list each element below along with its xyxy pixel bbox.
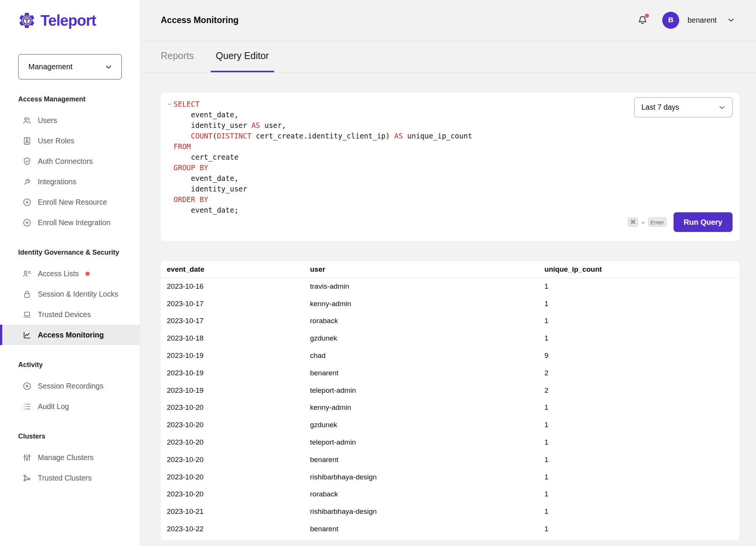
avatar[interactable]: B <box>662 12 679 29</box>
nav-group-activity: Session Recordings Audit Log <box>0 376 140 417</box>
play-circle-icon <box>22 381 32 391</box>
notification-dot <box>85 272 90 276</box>
table-row: 2023-10-22benarent1 <box>161 520 739 538</box>
sidebar-item-label: Session & Identity Locks <box>38 290 118 299</box>
shortcut-plus: + <box>641 219 645 226</box>
user-roles-icon <box>22 136 32 146</box>
teleport-logo[interactable]: Teleport <box>0 8 140 33</box>
table-cell: gzdunek <box>310 330 545 347</box>
table-cell: 2023-10-19 <box>161 364 310 382</box>
table-cell: 2023-10-17 <box>161 295 310 313</box>
sidebar-item-label: Access Lists <box>38 269 79 278</box>
sidebar-item-manage-clusters[interactable]: Manage Clusters <box>0 447 140 468</box>
table-row: 2023-10-20gzdunek1 <box>161 416 739 434</box>
sql-editor[interactable]: SELECT event_date, identity_user AS user… <box>174 99 472 215</box>
section-heading-clusters: Clusters <box>18 432 140 441</box>
sidebar-item-label: Enroll New Resource <box>38 198 107 207</box>
sql-code-line: FROM <box>174 141 472 152</box>
results-panel: event_date user unique_ip_count 2023-10-… <box>161 261 739 540</box>
workspace-select-value: Management <box>28 62 73 71</box>
users-icon <box>22 115 32 125</box>
nav-group-access-management: Users User Roles Auth Connectors Integra… <box>0 110 140 233</box>
table-row: 2023-10-20rishibarbhaya-design1 <box>161 468 739 486</box>
shield-check-icon <box>22 156 32 166</box>
sql-code-line: GROUP BY <box>174 162 472 173</box>
plus-circle-icon <box>22 197 32 207</box>
sidebar-item-label: Trusted Devices <box>38 310 91 319</box>
column-header-user: user <box>310 261 545 278</box>
top-bar: Access Monitoring B benarent <box>140 0 756 40</box>
run-query-button[interactable]: Run Query <box>674 212 733 232</box>
sidebar-item-label: User Roles <box>38 137 74 145</box>
sidebar-item-enroll-new-integration[interactable]: Enroll New Integration <box>0 212 140 233</box>
table-cell: 2023-10-22 <box>161 520 310 538</box>
sidebar-item-integrations[interactable]: Integrations <box>0 171 140 192</box>
sidebar-item-audit-log[interactable]: Audit Log <box>0 396 140 417</box>
table-cell: 2023-10-20 <box>161 416 310 434</box>
table-row: 2023-10-20benarent1 <box>161 451 739 468</box>
table-cell: 2023-10-20 <box>161 451 310 468</box>
table-cell: 1 <box>544 399 739 417</box>
table-cell: travis-admin <box>310 278 545 295</box>
sql-code-line: event_date; <box>174 205 472 215</box>
table-row: 2023-10-21rishibarbhaya-design1 <box>161 503 739 520</box>
table-row: 2023-10-19benarent2 <box>161 364 739 382</box>
section-heading-activity: Activity <box>18 360 140 370</box>
content-area: SELECT event_date, identity_user AS user… <box>140 73 756 546</box>
sidebar-item-enroll-new-resource[interactable]: Enroll New Resource <box>0 192 140 212</box>
table-cell: 1 <box>544 520 739 538</box>
table-cell: 2023-10-21 <box>161 503 310 520</box>
sidebar-item-label: Session Recordings <box>38 382 103 390</box>
tab-query-editor[interactable]: Query Editor <box>211 40 274 72</box>
table-cell: 2023-10-16 <box>161 278 310 295</box>
time-range-select[interactable]: Last 7 days <box>634 97 733 117</box>
sql-code-line: SELECT <box>174 99 472 109</box>
sidebar-item-label: Enroll New Integration <box>38 218 110 227</box>
sidebar-item-trusted-devices[interactable]: Trusted Devices <box>0 304 140 325</box>
tab-reports[interactable]: Reports <box>155 40 199 72</box>
user-menu-chevron[interactable] <box>727 16 736 25</box>
sidebar-item-user-roles[interactable]: User Roles <box>0 131 140 151</box>
query-editor-panel: SELECT event_date, identity_user AS user… <box>161 93 739 241</box>
sidebar-item-access-lists[interactable]: Access Lists <box>0 263 140 284</box>
table-cell: rishibarbhaya-design <box>310 468 545 486</box>
list-icon <box>22 401 32 411</box>
sidebar-item-session-recordings[interactable]: Session Recordings <box>0 376 140 396</box>
sidebar-item-users[interactable]: Users <box>0 110 140 131</box>
sidebar: Teleport Management Access Management Us… <box>0 0 140 546</box>
table-row: 2023-10-20kenny-admin1 <box>161 399 739 417</box>
table-cell: 2023-10-19 <box>161 347 310 364</box>
laptop-icon <box>22 310 32 319</box>
table-cell: 2 <box>544 382 739 399</box>
sidebar-item-session-identity-locks[interactable]: Session & Identity Locks <box>0 284 140 304</box>
table-cell: benarent <box>310 520 545 538</box>
sidebar-item-auth-connectors[interactable]: Auth Connectors <box>0 151 140 171</box>
table-cell: teleport-admin <box>310 382 545 399</box>
notifications-button[interactable] <box>636 14 649 26</box>
table-header-row: event_date user unique_ip_count <box>161 261 739 278</box>
table-cell: 2023-10-20 <box>161 434 310 451</box>
table-cell: 2023-10-18 <box>161 330 310 347</box>
chevron-down-icon <box>167 102 172 107</box>
cmd-keycap: ⌘ <box>628 218 638 227</box>
nav-group-identity-governance: Access Lists Session & Identity Locks Tr… <box>0 263 140 345</box>
chevron-down-icon <box>718 103 726 112</box>
section-heading-access-management: Access Management <box>18 95 140 104</box>
table-cell: 1 <box>544 451 739 468</box>
table-cell: benarent <box>310 451 545 468</box>
table-row: 2023-10-17kenny-admin1 <box>161 295 739 313</box>
nav-group-clusters: Manage Clusters Trusted Clusters <box>0 447 140 488</box>
main-area: Access Monitoring B benarent Reports Que… <box>140 0 756 546</box>
app-window: Teleport Management Access Management Us… <box>0 0 756 546</box>
user-menu-name[interactable]: benarent <box>688 16 717 25</box>
table-cell: 1 <box>544 295 739 313</box>
sidebar-item-trusted-clusters[interactable]: Trusted Clusters <box>0 468 140 488</box>
sql-code-line: identity_user <box>174 184 472 194</box>
table-cell: chad <box>310 347 545 364</box>
sql-code-line: ORDER BY <box>174 194 472 205</box>
sidebar-item-access-monitoring[interactable]: Access Monitoring <box>0 325 140 345</box>
table-cell: 2023-10-20 <box>161 399 310 417</box>
sql-code-line: COUNT(DISTINCT cert_create.identity_clie… <box>174 131 472 141</box>
workspace-select[interactable]: Management <box>18 54 122 79</box>
code-fold-toggle[interactable] <box>165 99 174 215</box>
